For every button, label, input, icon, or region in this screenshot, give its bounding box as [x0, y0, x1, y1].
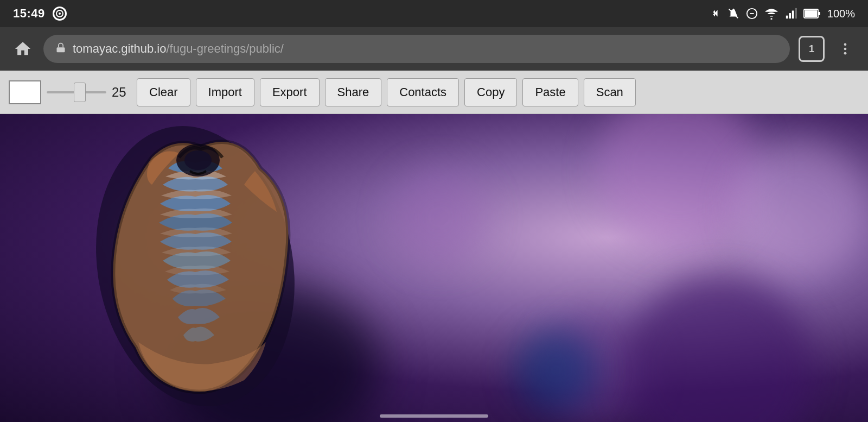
home-indicator	[380, 414, 488, 418]
bokeh-circle-6	[391, 168, 488, 266]
battery-icon	[803, 8, 821, 20]
tab-count-button[interactable]: 1	[799, 36, 825, 62]
svg-point-19	[184, 150, 212, 170]
svg-point-16	[844, 52, 847, 55]
svg-point-1	[59, 12, 61, 15]
dnd-icon	[746, 8, 758, 20]
svg-rect-11	[805, 10, 817, 17]
clear-button[interactable]: Clear	[137, 78, 190, 106]
slider-thumb	[74, 83, 86, 102]
address-bar-row: tomayac.github.io/fugu-greetings/public/…	[0, 27, 868, 71]
fish-scene	[0, 114, 868, 422]
lock-icon	[55, 42, 66, 56]
brush-size-slider[interactable]	[47, 91, 106, 93]
battery-percentage: 100%	[827, 8, 855, 20]
share-button[interactable]: Share	[325, 78, 382, 106]
signal-icon	[785, 8, 797, 20]
status-left: 15:49	[13, 7, 67, 21]
home-indicator-container	[0, 414, 868, 418]
bokeh-circle-2	[732, 141, 868, 277]
svg-point-15	[844, 48, 847, 51]
status-time: 15:49	[13, 7, 45, 21]
home-button[interactable]	[11, 37, 35, 61]
contacts-button[interactable]: Contacts	[387, 78, 459, 106]
slider-container: 25	[47, 85, 131, 100]
svg-point-5	[770, 18, 772, 20]
color-swatch[interactable]	[9, 80, 41, 104]
svg-rect-7	[789, 13, 791, 18]
more-options-button[interactable]	[833, 37, 857, 61]
address-text: tomayac.github.io/fugu-greetings/public/	[73, 42, 284, 56]
svg-rect-9	[795, 8, 797, 18]
fish-svg	[43, 114, 358, 422]
scan-button[interactable]: Scan	[584, 78, 636, 106]
svg-rect-13	[57, 47, 65, 52]
fish-image	[43, 114, 358, 422]
slider-value: 25	[112, 85, 131, 100]
toolbar: 25 Clear Import Export Share Contacts Co…	[0, 71, 868, 114]
notifications-off-icon	[727, 8, 739, 20]
copy-button[interactable]: Copy	[464, 78, 517, 106]
export-button[interactable]: Export	[260, 78, 320, 106]
bluetooth-icon	[709, 8, 721, 20]
svg-rect-6	[786, 16, 788, 18]
svg-point-14	[844, 43, 847, 46]
media-session-icon	[53, 7, 67, 21]
paste-button[interactable]: Paste	[522, 78, 578, 106]
status-bar: 15:49	[0, 0, 868, 27]
import-button[interactable]: Import	[196, 78, 254, 106]
svg-rect-8	[792, 11, 794, 19]
status-right: 100%	[709, 8, 855, 20]
svg-rect-12	[819, 12, 820, 15]
wifi-icon	[764, 8, 778, 20]
bokeh-circle-5	[515, 330, 597, 411]
main-content	[0, 114, 868, 422]
address-pill[interactable]: tomayac.github.io/fugu-greetings/public/	[43, 35, 790, 63]
